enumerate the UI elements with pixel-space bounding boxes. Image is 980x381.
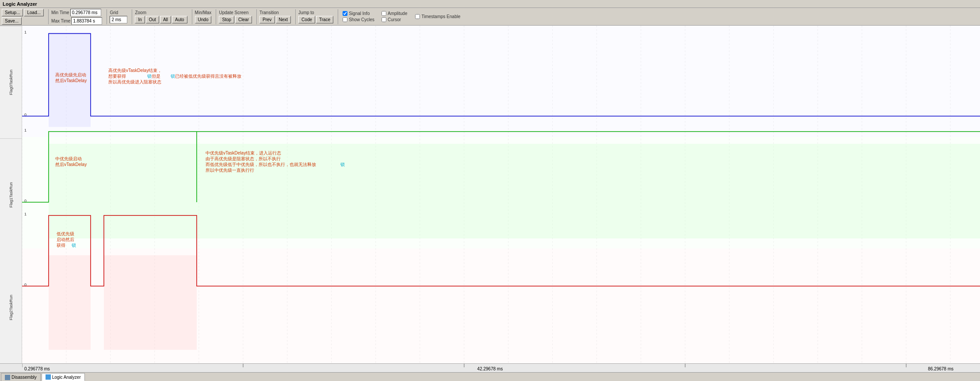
- grid-value: 2 ms: [110, 16, 127, 23]
- grid-label: Grid: [110, 10, 118, 15]
- next-button[interactable]: Next: [276, 16, 291, 23]
- zoom-label: Zoom: [135, 10, 146, 15]
- annotation-3-cyan: 锁: [340, 162, 345, 167]
- max-time-value: 1.883784 s: [71, 17, 102, 25]
- annotation-3-3: 而低优先级低于中优先级，所以也不执行，也就无法释放: [206, 162, 316, 167]
- tab-disassembly[interactable]: Disassembly: [1, 373, 41, 381]
- annotation-4-1: 低优先级: [57, 231, 74, 236]
- minmax-group: Min/Max Undo: [195, 10, 212, 23]
- zoom-group: Zoom In Out All Auto: [135, 10, 187, 23]
- amplitude-label: Amplitude: [388, 11, 407, 16]
- show-cycles-group: Show Cycles: [343, 17, 374, 22]
- zoom-in-button[interactable]: In: [135, 16, 145, 23]
- save-button[interactable]: Save...: [2, 17, 22, 25]
- toolbar: Setup... Load... Save... Min Time 0.2967…: [0, 8, 980, 26]
- timestamps-checkbox[interactable]: [415, 14, 420, 19]
- annotation-3-2: 由于高优先级是阻塞状态，所以不执行: [206, 156, 281, 161]
- annotation-1-5: 所以高优先级进入阻塞状态: [108, 79, 161, 84]
- time-group: Min Time 0.296778 ms Max Time 1.883784 s: [51, 9, 102, 25]
- annotation-4-3: 获得: [57, 243, 65, 248]
- sep7: [295, 9, 296, 24]
- tab-logic-analyzer-label: Logic Analyzer: [52, 375, 81, 380]
- sep8: [338, 9, 338, 24]
- transition-group: Transition Prev Next: [259, 10, 291, 23]
- update-group: Update Screen Stop Clear: [219, 10, 252, 23]
- annotation-1-cyan-1: 锁: [147, 74, 152, 79]
- annotation-1-1: 高优先级vTaskDelay结束，: [108, 68, 162, 73]
- zoom-out-button[interactable]: Out: [146, 16, 159, 23]
- annotation-2-1: 中优先级启动: [55, 156, 82, 161]
- zoom-all-button[interactable]: All: [160, 16, 171, 23]
- signal-label-2: Flag2TaskRun: [0, 251, 22, 363]
- signal-label-1: Flag1TaskRun: [0, 138, 22, 251]
- annotation-0-1: 高优先级先启动: [55, 72, 86, 77]
- setup-button[interactable]: Setup...: [2, 9, 23, 16]
- timestamps-label: Timestamps Enable: [421, 14, 460, 19]
- load-button[interactable]: Load...: [24, 9, 44, 16]
- waveform-svg: 1 0 1 0 1 0 高优先级先启动 然后vTaskDelay 高优先级vT: [22, 26, 980, 363]
- annotation-1-4: 已经被低优先级获得且没有被释放: [175, 74, 241, 79]
- sep2: [107, 9, 107, 24]
- svg-text:1: 1: [24, 212, 27, 216]
- trace-button[interactable]: Trace: [316, 16, 333, 23]
- svg-text:1: 1: [24, 128, 27, 132]
- cursor-label: Cursor: [388, 17, 401, 22]
- svg-rect-24: [22, 26, 980, 137]
- bottom-bar: Disassembly Logic Analyzer: [0, 372, 980, 381]
- annotation-2-2: 然后vTaskDelay: [55, 162, 87, 167]
- transition-label: Transition: [259, 10, 279, 15]
- time-ticks: [22, 364, 980, 372]
- code-button[interactable]: Code: [298, 16, 315, 23]
- grid-group: Grid 2 ms: [110, 10, 127, 23]
- signal-info-checkbox[interactable]: [343, 11, 347, 16]
- annotation-1-cyan-2: 锁: [170, 74, 175, 79]
- time-ruler: 0.296778 ms 42.29678 ms 86.29678 ms: [0, 363, 980, 372]
- show-cycles-checkbox[interactable]: [343, 17, 347, 22]
- tab-disassembly-label: Disassembly: [11, 375, 37, 380]
- annotation-3-1: 中优先级vTaskDelay结束，进入运行态: [206, 151, 281, 155]
- prev-button[interactable]: Prev: [259, 16, 275, 23]
- timestamps-group: Timestamps Enable: [415, 14, 460, 19]
- clear-button[interactable]: Clear: [235, 16, 252, 23]
- annotation-1-3: 但是: [152, 74, 160, 79]
- stop-button[interactable]: Stop: [219, 16, 234, 23]
- amplitude-checkbox[interactable]: [381, 11, 386, 16]
- sep6: [256, 9, 257, 24]
- svg-text:1: 1: [24, 30, 27, 34]
- max-time-label: Max Time: [51, 19, 70, 23]
- min-time-value: 0.296778 ms: [70, 9, 101, 16]
- tab-logic-analyzer[interactable]: Logic Analyzer: [42, 373, 85, 381]
- svg-rect-29: [197, 144, 980, 238]
- jumpto-label: Jump to: [298, 10, 314, 15]
- show-cycles-label: Show Cycles: [349, 17, 374, 22]
- file-group: Setup... Load... Save...: [2, 9, 44, 25]
- amplitude-group: Amplitude: [381, 11, 407, 16]
- undo-button[interactable]: Undo: [195, 16, 212, 23]
- disasm-icon: [5, 375, 10, 380]
- signal-label-0: Flag0TaskRun: [0, 26, 22, 138]
- cursor-group: Cursor: [381, 17, 407, 22]
- annotation-4-cyan: 锁: [71, 243, 76, 248]
- svg-rect-30: [49, 255, 91, 350]
- annotation-1-2: 想要获得: [108, 74, 126, 79]
- logic-icon: [46, 374, 51, 380]
- sep4: [192, 9, 192, 24]
- app-title: Logic Analyzer: [3, 1, 37, 7]
- jumpto-group: Jump to Code Trace: [298, 10, 333, 23]
- annotation-4-2: 启动然后: [57, 237, 74, 242]
- annotation-3-4: 所以中优先级一直执行行: [206, 168, 254, 173]
- zoom-auto-button[interactable]: Auto: [172, 16, 187, 23]
- signal-info-label: Signal Info: [349, 11, 370, 16]
- annotation-0-2: 然后vTaskDelay: [55, 78, 87, 83]
- min-time-label: Min Time: [51, 10, 69, 15]
- sep3: [132, 9, 132, 24]
- update-screen-label: Update Screen: [219, 10, 248, 15]
- waveform-area[interactable]: 1 0 1 0 1 0 高优先级先启动 然后vTaskDelay 高优先级vT: [22, 26, 980, 363]
- cursor-checkbox[interactable]: [381, 17, 386, 22]
- svg-rect-31: [104, 255, 197, 350]
- signal-labels-panel: Flag0TaskRun Flag1TaskRun Flag2TaskRun: [0, 26, 22, 363]
- sep1: [48, 9, 49, 24]
- sep5: [216, 9, 216, 24]
- minmax-label: Min/Max: [195, 10, 212, 15]
- title-bar: Logic Analyzer: [0, 0, 980, 8]
